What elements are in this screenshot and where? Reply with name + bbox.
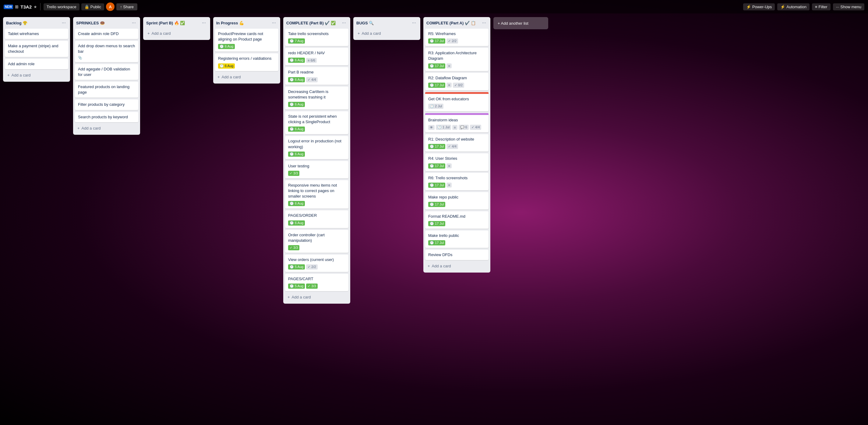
- card[interactable]: Format README.md🕐 17 Jul: [425, 211, 489, 229]
- card[interactable]: R6: Trello screenshots🕐 17 Jul≡: [425, 173, 489, 190]
- card[interactable]: Add admin role: [5, 59, 68, 69]
- add-card-button[interactable]: +Add a card: [5, 71, 68, 79]
- card-title: R4: User Stories: [428, 156, 486, 161]
- show-menu-button[interactable]: ··· Show menu: [833, 3, 865, 10]
- card[interactable]: R5: Wireframes🕐 17 Jul✓ 2/2: [425, 29, 489, 46]
- card-badge: ✓ 4/4: [446, 144, 458, 149]
- add-card-button[interactable]: +Add a card: [425, 262, 489, 270]
- card[interactable]: Search products by keyword: [75, 112, 138, 122]
- card[interactable]: Featured products on landing page: [75, 82, 138, 97]
- card[interactable]: Make trello public🕐 17 Jul: [425, 230, 489, 248]
- card[interactable]: View orders (current user)🕐 5 Aug✓ 2/2: [285, 255, 348, 272]
- add-card-label: Add a card: [292, 295, 311, 300]
- plus-icon: +: [147, 31, 150, 36]
- card-badge: 👁: [428, 125, 435, 130]
- card[interactable]: R3: Application Architecture Diagram🕐 17…: [425, 48, 489, 71]
- plus-icon: +: [358, 31, 360, 36]
- card-badge: ≡ 6/6: [306, 58, 317, 63]
- list-title-sprinkles: SPRINKLES 🍩: [76, 21, 131, 25]
- card[interactable]: Get OK from educators🕐 2 Jul: [425, 92, 489, 111]
- card[interactable]: R2: Dataflow Diagram🕐 17 Jul≡✓ 0/2: [425, 73, 489, 90]
- list-menu-button[interactable]: ···: [481, 20, 487, 26]
- card[interactable]: Review DFDs: [425, 250, 489, 260]
- plus-icon: +: [78, 126, 80, 131]
- list-body-in-progress: ProductPreview cards not aligning on Pro…: [213, 27, 280, 84]
- card-title: Brainstorm ideas: [428, 117, 486, 123]
- list-menu-button[interactable]: ···: [201, 20, 207, 26]
- topbar-right: ⚡ Power-Ups ⚡ Automation ≡ Filter ··· Sh…: [743, 3, 864, 10]
- card-title: Make repo public: [428, 195, 486, 200]
- card[interactable]: R4: User Stories🕐 17 Jul≡: [425, 153, 489, 171]
- list-menu-button[interactable]: ···: [131, 20, 137, 26]
- card[interactable]: State is not persistent when clicking a …: [285, 111, 348, 134]
- share-button[interactable]: ↑ Share: [116, 3, 137, 10]
- list-body-bugs: +Add a card: [353, 27, 420, 40]
- card-title: R3: Application Architecture Diagram: [428, 50, 486, 61]
- card-title: Add drop down menus to search bar: [78, 43, 135, 54]
- card[interactable]: redo HEADER / NAV🕐 6 Aug≡ 6/6: [285, 48, 348, 65]
- card[interactable]: Create admin role DFD: [75, 29, 138, 39]
- automation-button[interactable]: ⚡ Automation: [777, 3, 809, 10]
- card[interactable]: Order controller (cart manipulation)✓ 3/…: [285, 230, 348, 253]
- list-menu-button[interactable]: ···: [341, 20, 347, 26]
- card-badge: 🕐 6 Aug: [288, 102, 305, 107]
- workspace-button[interactable]: Trello workspace: [43, 3, 80, 10]
- card[interactable]: PAGES/ORDER🕐 6 Aug: [285, 210, 348, 228]
- card-badge: ✓ 2/2: [306, 264, 317, 270]
- card-badges: ✓ 3/3: [288, 245, 345, 250]
- add-card-button[interactable]: +Add a card: [145, 29, 208, 37]
- add-card-label: Add a card: [362, 31, 381, 36]
- card[interactable]: User testing✓ 3/3: [285, 161, 348, 178]
- app-container: NEW ⊞ T3A2 ★ Trello workspace 🔒 Public A…: [0, 0, 868, 425]
- card-title: redo HEADER / NAV: [288, 50, 345, 56]
- card[interactable]: Responsive menu items not linking to cor…: [285, 180, 348, 209]
- add-card-label: Add a card: [152, 31, 171, 36]
- add-card-button[interactable]: +Add a card: [75, 124, 138, 132]
- card[interactable]: Tablet wireframes: [5, 29, 68, 39]
- card[interactable]: Make a payment (stripe) and checkout: [5, 41, 68, 57]
- card[interactable]: R1: Description of website🕐 17 Jul✓ 4/4: [425, 134, 489, 151]
- add-card-label: Add a card: [82, 126, 101, 131]
- card[interactable]: Make repo public🕐 17 Jul: [425, 192, 489, 209]
- card[interactable]: ProductPreview cards not aligning on Pro…: [215, 29, 278, 52]
- add-card-button[interactable]: +Add a card: [285, 293, 348, 301]
- card[interactable]: Registering errors / valdiations🕐 6 Aug: [215, 53, 278, 71]
- card-badges: 🕐 6 Aug: [288, 151, 345, 157]
- power-ups-button[interactable]: ⚡ Power-Ups: [743, 3, 775, 10]
- list-menu-button[interactable]: ···: [411, 20, 417, 26]
- card-badge: 🕐 17 Jul: [428, 202, 445, 207]
- card-attachment-icon: 📎: [78, 56, 135, 60]
- show-menu-label: Show menu: [840, 5, 861, 9]
- list-menu-button[interactable]: ···: [61, 20, 67, 26]
- card[interactable]: Part B readme🕐 6 Aug✓ 4/4: [285, 67, 348, 84]
- add-card-button[interactable]: +Add a card: [355, 29, 418, 37]
- card[interactable]: Decreasing CartItem is sometimes trashin…: [285, 87, 348, 109]
- list-complete-part-b: COMPLETE (Part B) ✔️ ✅···Take trello scr…: [283, 17, 350, 304]
- filter-button[interactable]: ≡ Filter: [812, 3, 830, 10]
- card-title: Responsive menu items not linking to cor…: [288, 182, 345, 199]
- card-badge: 🕐 5 Aug: [288, 284, 305, 289]
- card[interactable]: Brainstorm ideas👁🕐 1 Jul≡💬 6✓ 4/4: [425, 113, 489, 132]
- list-menu-button[interactable]: ···: [271, 20, 277, 26]
- public-button[interactable]: 🔒 Public: [81, 3, 104, 10]
- card[interactable]: Add agegate / DOB validation for user: [75, 64, 138, 80]
- card[interactable]: Take trello screenshots🕐 7 Aug: [285, 29, 348, 46]
- avatar[interactable]: A: [106, 2, 115, 11]
- card-badge: ≡: [446, 182, 452, 188]
- list-header-complete-part-a: COMPLETE (Part A) ✔️ 📋···: [423, 17, 490, 27]
- card-title: Registering errors / valdiations: [218, 56, 275, 61]
- card-title: Create admin role DFD: [78, 31, 135, 36]
- card[interactable]: Filter products by category: [75, 100, 138, 110]
- card-badges: ✓ 3/3: [288, 171, 345, 176]
- card[interactable]: PAGES/CART🕐 5 Aug✓ 3/3: [285, 274, 348, 291]
- card-badge: 🕐 2 Jul: [428, 104, 443, 109]
- star-icon[interactable]: ★: [33, 5, 37, 9]
- board-area: Backlog 😤···Tablet wireframesMake a paym…: [0, 13, 868, 425]
- card[interactable]: Add drop down menus to search bar📎: [75, 41, 138, 62]
- power-ups-icon: ⚡: [746, 5, 751, 9]
- card[interactable]: Logout error in production (not working)…: [285, 136, 348, 159]
- filter-icon: ≡: [815, 5, 817, 9]
- plus-icon: +: [217, 75, 220, 79]
- add-list-button[interactable]: + Add another list: [493, 17, 548, 29]
- add-card-button[interactable]: +Add a card: [215, 73, 278, 81]
